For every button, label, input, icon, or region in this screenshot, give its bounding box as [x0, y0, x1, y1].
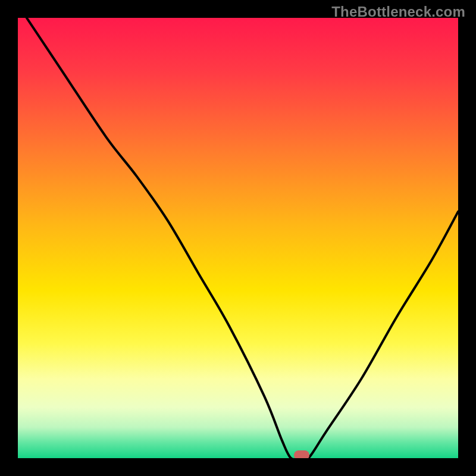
gradient-background — [18, 18, 458, 458]
plot-area — [18, 18, 458, 458]
chart-svg — [18, 18, 458, 458]
minimum-marker — [294, 450, 309, 458]
chart-frame: TheBottleneck.com — [0, 0, 476, 476]
